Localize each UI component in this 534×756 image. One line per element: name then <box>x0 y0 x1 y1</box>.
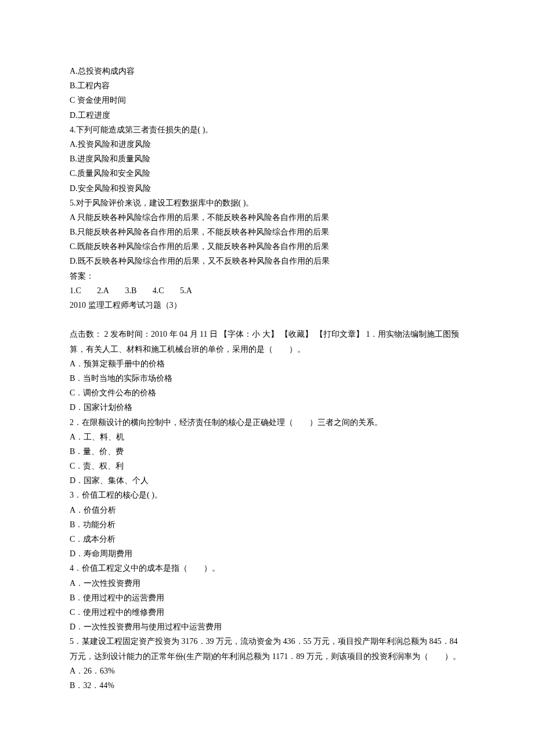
s2-q3-option-b: B．功能分析 <box>70 517 464 532</box>
s2-q1-option-b: B．当时当地的实际市场价格 <box>70 371 464 386</box>
s2-q4-option-d: D．一次性投资费用与使用过程中运营费用 <box>70 620 464 634</box>
s2-q5-option-b: B．32．44% <box>70 678 464 693</box>
answer-5: 5.A <box>180 286 192 295</box>
answer-3: 3.B <box>125 286 136 295</box>
q5-stem: 5.对于风险评价来说，建设工程数据库中的数据( )。 <box>70 196 464 210</box>
s2-q1-option-c: C．调价文件公布的价格 <box>70 386 464 400</box>
s2-q5-stem: 5．某建设工程固定资产投资为 3176．39 万元，流动资金为 436．55 万… <box>70 634 464 663</box>
q4-stem: 4.下列可能造成第三者责任损失的是( )。 <box>70 123 464 137</box>
q3-option-c: C 资金使用时间 <box>70 93 464 107</box>
answer-2: 2.A <box>97 286 109 295</box>
q3-option-d: D.工程进度 <box>70 108 464 123</box>
s2-q4-stem: 4．价值工程定义中的成本是指（ ）。 <box>70 561 464 575</box>
q3-option-a: A.总投资构成内容 <box>70 64 464 78</box>
s2-q4-option-b: B．使用过程中的运营费用 <box>70 591 464 605</box>
s2-q2-option-a: A．工、料、机 <box>70 430 464 444</box>
q4-option-d: D.安全风险和投资风险 <box>70 181 464 196</box>
s2-q2-option-c: C．责、权、利 <box>70 459 464 473</box>
answer-4: 4.C <box>153 286 164 295</box>
q4-option-c: C.质量风险和安全风险 <box>70 166 464 181</box>
s2-q2-stem: 2．在限额设计的横向控制中，经济责任制的核心是正确处理（ ）三者之间的关系。 <box>70 415 464 430</box>
s2-q1-option-d: D．国家计划价格 <box>70 400 464 415</box>
q5-option-b: B.只能反映各种风险各自作用的后果，不能反映各种风险综合作用的后果 <box>70 225 464 239</box>
answers-values: 1.C 2.A 3.B 4.C 5.A <box>70 283 464 298</box>
q5-option-d: D.既不反映各种风险综合作用的后果，又不反映各种风险各自作用的后果 <box>70 254 464 268</box>
q5-option-c: C.既能反映各种风险综合作用的后果，又能反映各种风险各自作用的后果 <box>70 239 464 254</box>
s2-q3-option-c: C．成本分析 <box>70 532 464 546</box>
section2-meta-and-q1-stem: 点击数： 2 发布时间：2010 年 04 月 11 日 【字体：小 大】 【收… <box>70 327 464 356</box>
section2-title: 2010 监理工程师考试习题（3） <box>70 298 464 312</box>
s2-q5-option-a: A．26．63% <box>70 664 464 678</box>
s2-q2-option-d: D．国家、集体、个人 <box>70 473 464 488</box>
s2-q3-option-a: A．价值分析 <box>70 503 464 517</box>
s2-q1-option-a: A．预算定额手册中的价格 <box>70 357 464 371</box>
q5-option-a: A 只能反映各种风险综合作用的后果，不能反映各种风险各自作用的后果 <box>70 210 464 225</box>
answers-label: 答案： <box>70 269 464 283</box>
s2-q4-option-c: C．使用过程中的维修费用 <box>70 605 464 620</box>
s2-q4-option-a: A．一次性投资费用 <box>70 576 464 591</box>
q4-option-b: B.进度风险和质量风险 <box>70 152 464 166</box>
q4-option-a: A.投资风险和进度风险 <box>70 137 464 152</box>
s2-q2-option-b: B．量、价、费 <box>70 444 464 459</box>
q3-option-b: B.工程内容 <box>70 78 464 93</box>
s2-q3-stem: 3．价值工程的核心是( )。 <box>70 488 464 502</box>
answer-1: 1.C <box>70 286 81 295</box>
s2-q3-option-d: D．寿命周期费用 <box>70 546 464 561</box>
